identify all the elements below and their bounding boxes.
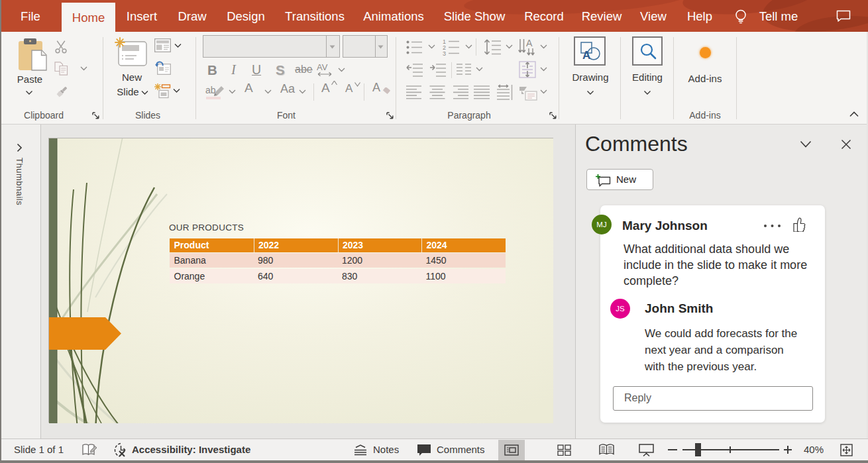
- svg-text:AV: AV: [317, 62, 328, 72]
- svg-text:3: 3: [443, 50, 446, 56]
- svg-text:A: A: [582, 49, 590, 62]
- svg-text:ab: ab: [205, 85, 216, 95]
- svg-text:A: A: [526, 38, 533, 48]
